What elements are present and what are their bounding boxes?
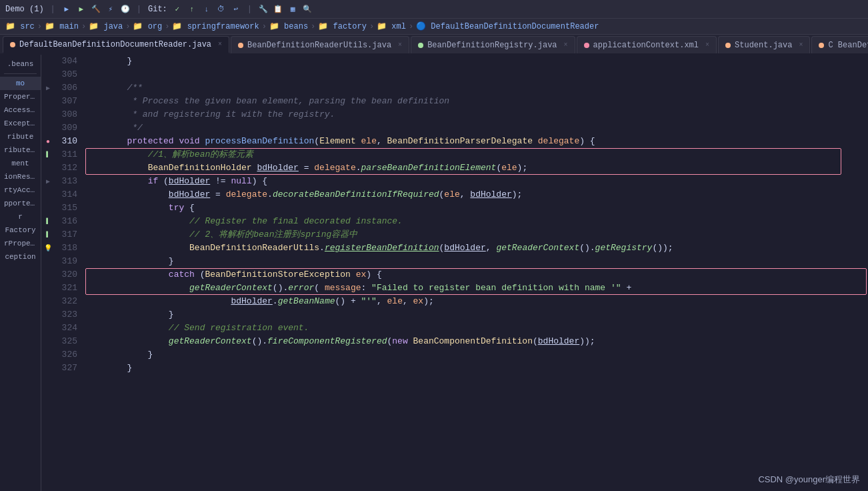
lp-ributeacce[interactable]: ributeAcce xyxy=(0,143,41,157)
line-numbers: 304 305 306 307 308 309 310 311 312 313 … xyxy=(55,55,83,491)
history-icon[interactable]: 🕐 xyxy=(121,5,130,14)
git-fetch-icon[interactable]: ↓ xyxy=(202,5,211,14)
line-change-316: ▌ xyxy=(46,218,49,225)
tab-student[interactable]: Student.java × xyxy=(718,36,810,53)
tab-icon-defaultbean xyxy=(10,42,15,47)
git-push-icon[interactable]: ↑ xyxy=(187,5,197,14)
code-line-304: } xyxy=(85,55,868,68)
search-global-icon[interactable]: 🔍 xyxy=(303,5,312,14)
lines-wrapper: ▶ ● ▌ ▶ ▌ ▌ 💡 xyxy=(41,55,868,491)
code-line-316: // Register the final decorated instance… xyxy=(85,215,868,228)
title-bar-left: Demo (1) | ▶ ▶ 🔨 ⚡ 🕐 | Git: ✓ ↑ ↓ ⏱ ↩ | … xyxy=(5,5,312,14)
code-line-311: //1、解析bean的标签元素 xyxy=(85,148,868,161)
git-label: Git: xyxy=(148,5,167,14)
code-line-310: protected void processBeanDefinition(Ele… xyxy=(85,135,868,148)
bc-springframework[interactable]: 📁 springframework xyxy=(172,21,259,31)
code-container: ▶ ● ▌ ▶ ▌ ▌ 💡 xyxy=(41,55,868,491)
debug-icon[interactable]: ▶ xyxy=(77,5,86,14)
code-line-322: bdHolder.getBeanName() + "'", ele, ex); xyxy=(85,295,868,308)
tab-bar: DefaultBeanDefinitionDocumentReader.java… xyxy=(0,35,868,55)
bc-file[interactable]: 🔵 DefaultBeanDefinitionDocumentReader xyxy=(416,21,599,31)
watermark: CSDN @younger编程世界 xyxy=(758,474,860,486)
code-line-307: * Process the given bean element, parsin… xyxy=(85,95,868,108)
fold-313[interactable]: ▶ xyxy=(46,177,50,185)
tab-appcontext[interactable]: applicationContext.xml × xyxy=(577,36,717,53)
tab-close-appcontext[interactable]: × xyxy=(705,41,709,49)
code-line-323: } xyxy=(85,308,868,322)
code-line-327: } xyxy=(85,362,868,375)
bc-org[interactable]: 📁 org xyxy=(133,21,162,31)
git-undo-icon[interactable]: ↩ xyxy=(231,5,241,14)
tab-icon-registry xyxy=(418,43,423,48)
tab-close-student[interactable]: × xyxy=(799,41,803,49)
lp-ment[interactable]: ment xyxy=(0,157,41,170)
code-line-317: // 2、将解析的bean注册到spring容器中 xyxy=(85,228,868,241)
bc-beans[interactable]: 📁 beans xyxy=(269,21,308,31)
lp-propertyac[interactable]: PropertyAc xyxy=(0,90,41,103)
gutter-col: ▶ ● ▌ ▶ ▌ ▌ 💡 xyxy=(41,55,55,491)
tab-beandefparse[interactable]: C BeanDefinitionParse xyxy=(811,36,868,53)
bc-xml[interactable]: 📁 xml xyxy=(377,21,406,31)
main-area: .beans mo PropertyAc Accessor Exception … xyxy=(0,55,868,491)
tab-readerutils[interactable]: BeanDefinitionReaderUtils.java × xyxy=(231,36,409,53)
code-line-305 xyxy=(85,68,868,81)
code-lines: } /** * Process the given bean element, … xyxy=(83,55,868,491)
git-clock-icon[interactable]: ⏱ xyxy=(217,5,226,14)
line-change-311: ▌ xyxy=(46,151,49,158)
tab-icon-appcontext xyxy=(584,43,589,48)
lp-ionresults[interactable]: ionResults xyxy=(0,170,41,183)
fold-304[interactable]: ▶ xyxy=(46,84,50,92)
breadcrumb-bar: 📁 src › 📁 main › 📁 java › 📁 org › 📁 spri… xyxy=(0,19,868,35)
code-line-325: getReaderContext().fireComponentRegister… xyxy=(85,335,868,348)
code-line-308: * and registering it with the registry. xyxy=(85,108,868,121)
lp-factory[interactable]: Factory xyxy=(0,223,41,237)
layout-icon[interactable]: ▦ xyxy=(288,5,297,14)
code-line-315: try { xyxy=(85,201,868,215)
profile-icon[interactable]: ⚡ xyxy=(106,5,115,14)
lp-pportedex[interactable]: pportedEx xyxy=(0,197,41,210)
tab-close-registry[interactable]: × xyxy=(564,41,568,49)
code-line-313: if (bdHolder != null) { xyxy=(85,175,868,188)
lp-ception[interactable]: ception xyxy=(0,250,41,264)
clipboard-icon[interactable]: 📋 xyxy=(273,5,283,14)
bc-main[interactable]: 📁 main xyxy=(45,21,79,31)
lp-exception[interactable]: Exception xyxy=(0,117,41,130)
lp-beans[interactable]: .beans xyxy=(0,57,41,71)
code-line-318: BeanDefinitionReaderUtils.registerBeanDe… xyxy=(85,241,868,255)
tab-close-readerutils[interactable]: × xyxy=(398,41,402,49)
tab-icon-student xyxy=(725,43,731,48)
code-line-309: */ xyxy=(85,121,868,135)
build-icon[interactable]: 🔨 xyxy=(91,5,101,14)
git-check-icon[interactable]: ✓ xyxy=(173,5,182,14)
lp-rtyaccess[interactable]: rtyAccess xyxy=(0,183,41,197)
bc-factory[interactable]: 📁 factory xyxy=(318,21,367,31)
bc-src[interactable]: 📁 src xyxy=(5,21,35,31)
tab-icon-readerutils xyxy=(238,43,243,48)
code-line-326: } xyxy=(85,348,868,362)
line-change-317: ▌ xyxy=(46,231,49,238)
code-line-324: // Send registration event. xyxy=(85,322,868,335)
code-line-321: getReaderContext().error( message: "Fail… xyxy=(85,282,868,295)
breakpoint-310[interactable]: ● xyxy=(46,138,50,145)
bulb-318[interactable]: 💡 xyxy=(44,244,52,252)
left-panel: .beans mo PropertyAc Accessor Exception … xyxy=(0,55,41,491)
project-name[interactable]: Demo (1) xyxy=(5,5,44,14)
lp-mo[interactable]: mo xyxy=(0,77,41,90)
lp-rpropertyd[interactable]: rPropertyD xyxy=(0,237,41,250)
tab-icon-beandefparse xyxy=(819,43,824,48)
tab-close-defaultbean[interactable]: × xyxy=(218,41,222,48)
code-line-320: catch (BeanDefinitionStoreException ex) … xyxy=(85,268,868,282)
bc-java[interactable]: 📁 java xyxy=(89,21,123,31)
code-line-314: bdHolder = delegate.decorateBeanDefiniti… xyxy=(85,188,868,201)
title-bar: Demo (1) | ▶ ▶ 🔨 ⚡ 🕐 | Git: ✓ ↑ ↓ ⏱ ↩ | … xyxy=(0,0,868,19)
tab-registry[interactable]: BeanDefinitionRegistry.java × xyxy=(411,36,575,53)
tool-icon[interactable]: 🔧 xyxy=(259,5,268,14)
lp-accessor[interactable]: Accessor xyxy=(0,103,41,117)
code-line-319: } xyxy=(85,255,868,268)
code-line-306: /** xyxy=(85,81,868,95)
lp-r[interactable]: r xyxy=(0,210,41,223)
code-line-312: BeanDefinitionHolder bdHolder = delegate… xyxy=(85,161,868,175)
tab-defaultbean[interactable]: DefaultBeanDefinitionDocumentReader.java… xyxy=(3,36,229,53)
lp-ribute[interactable]: ribute xyxy=(0,130,41,143)
run-icon[interactable]: ▶ xyxy=(62,5,71,14)
